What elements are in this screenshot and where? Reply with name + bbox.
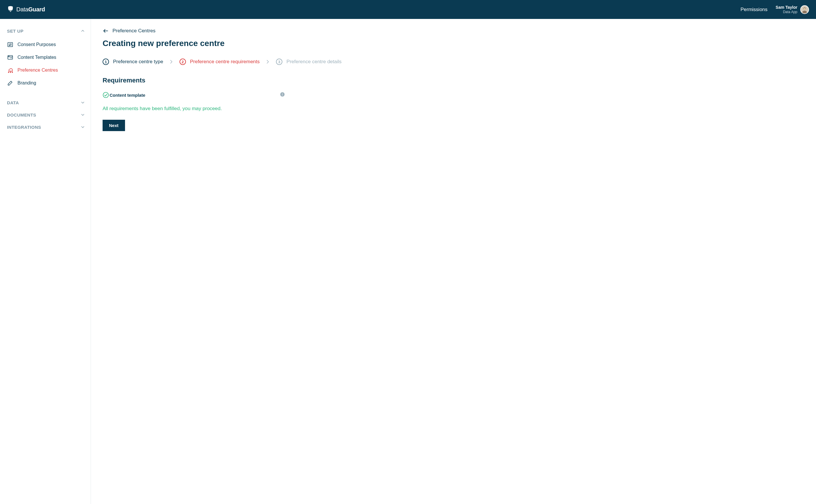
sidebar-section-title-documents: DOCUMENTS (7, 112, 36, 117)
svg-point-15 (8, 72, 9, 73)
sidebar-item-label: Preference Centres (17, 68, 58, 73)
logo[interactable]: DataGuard (7, 6, 45, 14)
requirement-row: Content template (103, 92, 285, 98)
sidebar-section-title-integrations: INTEGRATIONS (7, 125, 41, 130)
svg-point-11 (9, 56, 9, 56)
main-content: Preference Centres Creating new preferen… (91, 19, 816, 504)
sidebar: SET UP Consent Purposes Content Template… (0, 19, 91, 504)
svg-point-5 (11, 44, 11, 44)
step-label: Preference centre requirements (190, 59, 260, 65)
requirements-heading: Requirements (103, 77, 804, 84)
sliders-icon (7, 41, 13, 48)
user-text: Sam Taylor Data App (776, 5, 797, 14)
user-name: Sam Taylor (776, 5, 797, 10)
chevron-right-icon (170, 59, 173, 64)
sidebar-section-setup[interactable]: SET UP (7, 28, 85, 34)
svg-point-16 (10, 72, 11, 73)
header-right: Permissions Sam Taylor Data App (741, 5, 809, 14)
svg-point-17 (12, 72, 13, 73)
chevron-down-icon (80, 112, 85, 117)
svg-point-2 (804, 8, 806, 10)
check-circle-icon (103, 92, 109, 98)
svg-point-7 (9, 45, 10, 46)
sidebar-item-content-templates[interactable]: Content Templates (7, 51, 85, 64)
svg-rect-23 (282, 94, 283, 96)
step-label: Preference centre type (113, 59, 163, 65)
info-icon[interactable] (280, 92, 285, 98)
svg-point-22 (282, 93, 283, 94)
logo-icon (7, 6, 14, 14)
svg-point-1 (802, 10, 807, 14)
step-1[interactable]: 1 Preference centre type (103, 59, 163, 65)
top-header: DataGuard Permissions Sam Taylor Data Ap… (0, 0, 816, 19)
breadcrumb-back[interactable]: Preference Centres (103, 28, 804, 34)
page-title: Creating new preference centre (103, 39, 804, 48)
next-button[interactable]: Next (103, 120, 125, 131)
avatar (800, 5, 809, 14)
success-message: All requirements have been fulfilled, yo… (103, 106, 804, 112)
sidebar-section-title-setup: SET UP (7, 29, 24, 34)
step-number: 1 (103, 59, 109, 65)
sidebar-section-documents[interactable]: DOCUMENTS (7, 109, 85, 121)
svg-rect-3 (8, 43, 13, 47)
sidebar-item-label: Branding (17, 80, 36, 86)
sidebar-section-title-data: DATA (7, 100, 19, 105)
sidebar-item-consent-purposes[interactable]: Consent Purposes (7, 38, 85, 51)
permissions-link[interactable]: Permissions (741, 7, 768, 13)
requirement-label: Content template (110, 93, 145, 98)
svg-point-20 (103, 92, 108, 98)
sidebar-section-data[interactable]: DATA (7, 96, 85, 109)
requirement-left: Content template (103, 92, 145, 98)
user-menu[interactable]: Sam Taylor Data App (776, 5, 809, 14)
sidebar-section-integrations[interactable]: INTEGRATIONS (7, 121, 85, 133)
cloud-network-icon (7, 67, 13, 73)
stepper: 1 Preference centre type 2 Preference ce… (103, 59, 804, 65)
step-2[interactable]: 2 Preference centre requirements (179, 59, 260, 65)
chevron-down-icon (80, 124, 85, 130)
sidebar-item-branding[interactable]: Branding (7, 77, 85, 89)
edit-icon (7, 80, 13, 86)
chevron-right-icon (266, 59, 269, 64)
logo-text: DataGuard (16, 6, 45, 13)
user-app: Data App (776, 10, 797, 14)
chevron-up-icon (80, 28, 85, 34)
template-icon (7, 54, 13, 61)
step-label: Preference centre details (286, 59, 341, 65)
breadcrumb-label: Preference Centres (112, 28, 155, 34)
arrow-left-icon (103, 28, 109, 34)
step-3[interactable]: 3 Preference centre details (276, 59, 341, 65)
chevron-down-icon (80, 100, 85, 105)
sidebar-item-label: Consent Purposes (17, 42, 56, 47)
sidebar-item-label: Content Templates (17, 55, 56, 60)
step-number: 3 (276, 59, 282, 65)
step-number: 2 (179, 59, 186, 65)
sidebar-item-preference-centres[interactable]: Preference Centres (7, 64, 85, 77)
